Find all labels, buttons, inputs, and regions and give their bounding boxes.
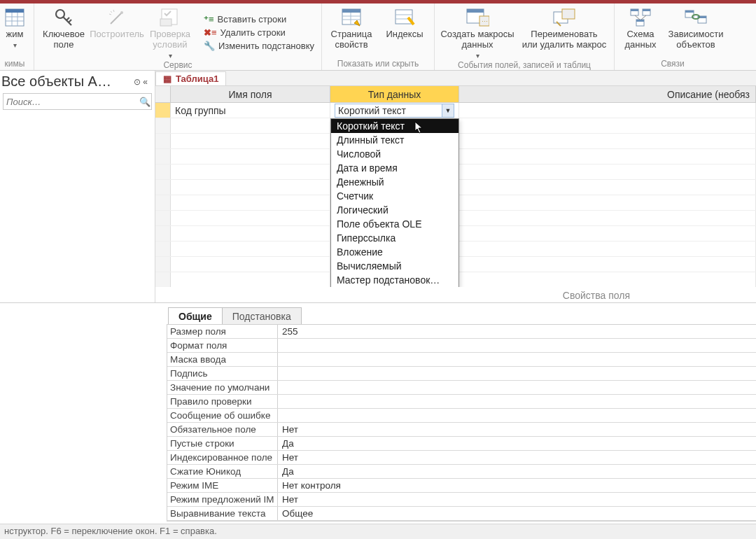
cell-description[interactable] <box>459 226 756 241</box>
property-row[interactable]: Формат поля <box>167 339 756 353</box>
row-selector[interactable] <box>155 211 171 225</box>
property-value[interactable]: Да <box>278 465 756 478</box>
property-row[interactable]: Режим IMEНет контроля <box>167 479 756 493</box>
property-row[interactable]: Обязательное полеНет <box>167 423 756 437</box>
datatype-dropdown[interactable]: Короткий текстДлинный текстЧисловойДата … <box>330 118 459 287</box>
property-value[interactable]: Да <box>278 437 756 450</box>
dropdown-option[interactable]: Длинный текст <box>331 133 458 147</box>
builder-button[interactable]: Построитель <box>92 6 142 59</box>
cell-field-name[interactable] <box>171 241 330 256</box>
grid-row[interactable]: Код группыКороткий текст▼ <box>155 103 756 118</box>
property-value[interactable]: Нет <box>278 451 756 464</box>
property-value[interactable]: Общее <box>278 507 756 520</box>
cell-description[interactable] <box>459 211 756 225</box>
cell-field-name[interactable]: Код группы <box>171 103 330 118</box>
object-deps-button[interactable]: Зависимости объектов <box>665 6 727 58</box>
row-selector[interactable] <box>155 118 171 133</box>
cell-description[interactable] <box>459 134 756 148</box>
cell-field-name[interactable] <box>171 226 330 241</box>
dropdown-option[interactable]: Вычисляемый <box>331 259 458 273</box>
property-row[interactable]: Подпись <box>167 367 756 381</box>
property-row[interactable]: Правило проверки <box>167 395 756 409</box>
view-button[interactable]: жим ▾ <box>0 6 29 58</box>
property-value[interactable]: Нет <box>278 423 756 436</box>
row-selector[interactable] <box>155 149 171 164</box>
modify-lookup-button[interactable]: 🔧 Изменить подстановку <box>201 39 317 52</box>
property-row[interactable]: Маска ввода <box>167 353 756 367</box>
row-selector[interactable] <box>155 226 171 241</box>
search-input[interactable] <box>4 97 139 107</box>
property-value[interactable]: Нет <box>278 493 756 506</box>
property-row[interactable]: Пустые строкиДа <box>167 437 756 451</box>
cell-description[interactable] <box>459 241 756 256</box>
cell-field-name[interactable] <box>171 118 330 133</box>
delete-rows-button[interactable]: ✖≡ Удалить строки <box>201 26 317 39</box>
cell-field-name[interactable] <box>171 134 330 148</box>
primary-key-button[interactable]: Ключевое поле <box>38 6 89 59</box>
dropdown-option[interactable]: Короткий текст <box>331 119 458 133</box>
cell-field-name[interactable] <box>171 272 330 287</box>
create-macros-button[interactable]: ⋯ Создать макросы данных ▾ <box>439 6 516 59</box>
row-selector[interactable] <box>155 272 171 287</box>
tab-lookup[interactable]: Подстановка <box>222 307 302 325</box>
cell-field-name[interactable] <box>171 211 330 225</box>
row-selector[interactable] <box>155 103 171 118</box>
validation-button[interactable]: Проверка условий ▾ <box>145 6 195 59</box>
cell-description[interactable] <box>459 180 756 195</box>
rename-macro-button[interactable]: Переименовать или удалить макрос <box>519 6 610 59</box>
cell-field-name[interactable] <box>171 257 330 272</box>
col-header-type[interactable]: Тип данных <box>330 86 459 102</box>
property-sheet-button[interactable]: Страница свойств <box>326 6 377 58</box>
dropdown-option[interactable]: Числовой <box>331 147 458 161</box>
nav-title[interactable]: Все объекты A… <box>1 74 111 90</box>
relationships-button[interactable]: Схема данных <box>619 6 662 58</box>
nav-dropdown-icon[interactable]: ⊙ « <box>131 76 150 88</box>
property-row[interactable]: Размер поля255 <box>167 325 756 339</box>
tab-general[interactable]: Общие <box>168 307 223 325</box>
row-selector[interactable] <box>155 257 171 272</box>
dropdown-option[interactable]: Поле объекта OLE <box>331 217 458 231</box>
col-header-name[interactable]: Имя поля <box>171 86 330 102</box>
property-value[interactable]: Нет контроля <box>278 479 756 492</box>
dropdown-option[interactable]: Гиперссылка <box>331 231 458 245</box>
row-selector[interactable] <box>155 164 171 179</box>
insert-rows-button[interactable]: ⁺≡ Вставить строки <box>201 13 317 26</box>
cell-description[interactable] <box>459 103 756 118</box>
dropdown-option[interactable]: Логический <box>331 203 458 217</box>
dropdown-option[interactable]: Денежный <box>331 175 458 189</box>
row-selector[interactable] <box>155 134 171 148</box>
property-value[interactable] <box>278 353 756 366</box>
cell-description[interactable] <box>459 118 756 133</box>
row-selector[interactable] <box>155 180 171 195</box>
cell-description[interactable] <box>459 164 756 179</box>
property-row[interactable]: Выравнивание текстаОбщее <box>167 507 756 521</box>
property-row[interactable]: Сжатие ЮникодДа <box>167 465 756 479</box>
property-row[interactable]: Сообщение об ошибке <box>167 409 756 423</box>
property-row[interactable]: Режим предложений IMНет <box>167 493 756 507</box>
cell-description[interactable] <box>459 195 756 210</box>
row-selector[interactable] <box>155 195 171 210</box>
grid-body[interactable]: Код группыКороткий текст▼ Короткий текст… <box>155 103 756 287</box>
combo-button[interactable]: ▼ <box>442 104 454 117</box>
cell-field-name[interactable] <box>171 149 330 164</box>
dropdown-option[interactable]: Дата и время <box>331 161 458 175</box>
datatype-combo[interactable]: Короткий текст▼ <box>335 104 454 118</box>
search-icon[interactable]: 🔍 <box>139 97 151 107</box>
nav-search[interactable]: 🔍 <box>3 93 152 110</box>
property-value[interactable] <box>278 409 756 422</box>
col-header-desc[interactable]: Описание (необяз <box>459 86 756 102</box>
cell-field-name[interactable] <box>171 195 330 210</box>
cell-field-name[interactable] <box>171 164 330 179</box>
dropdown-option[interactable]: Мастер подстановок… <box>331 273 458 287</box>
cell-description[interactable] <box>459 149 756 164</box>
property-value[interactable] <box>278 395 756 408</box>
cell-field-name[interactable] <box>171 180 330 195</box>
dropdown-option[interactable]: Счетчик <box>331 189 458 203</box>
property-value[interactable] <box>278 381 756 394</box>
dropdown-option[interactable]: Вложение <box>331 245 458 259</box>
property-row[interactable]: Индексированное полеНет <box>167 451 756 465</box>
property-value[interactable] <box>278 367 756 380</box>
indexes-button[interactable]: Индексы <box>379 6 430 58</box>
property-row[interactable]: Значение по умолчани <box>167 381 756 395</box>
row-selector[interactable] <box>155 241 171 256</box>
